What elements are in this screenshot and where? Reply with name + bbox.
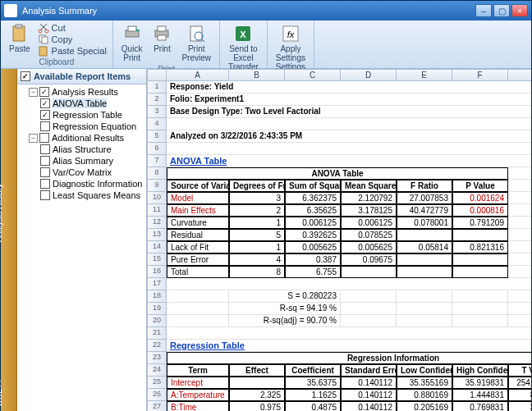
cell[interactable]: A:Temperature — [167, 389, 229, 401]
cell[interactable] — [397, 315, 452, 327]
cell[interactable] — [229, 377, 285, 389]
cell[interactable]: Analyzed on 3/22/2016 2:43:35 PM — [167, 130, 531, 143]
cell[interactable]: 2.325 — [229, 389, 285, 401]
cell[interactable]: 0.078525 — [341, 229, 397, 241]
apply-settings-button[interactable]: fxApply Settings Settings — [271, 22, 310, 73]
cell[interactable] — [397, 290, 452, 303]
cell[interactable]: 254.350885 — [508, 377, 531, 389]
cell[interactable]: Base Design Type: Two Level Factorial — [167, 106, 531, 118]
cell[interactable]: Model — [167, 192, 229, 204]
cell[interactable] — [508, 253, 531, 266]
anova-link[interactable]: ANOVA Table — [170, 156, 227, 166]
row-header[interactable]: 21 — [147, 327, 167, 340]
cell[interactable]: 6.755 — [285, 266, 341, 278]
cell[interactable]: 0.05814 — [397, 241, 452, 253]
row-header[interactable]: 4 — [147, 118, 167, 130]
cell[interactable]: 35.919831 — [452, 377, 508, 389]
cell[interactable]: Pure Error — [167, 253, 229, 266]
cell[interactable]: 0.140112 — [341, 377, 397, 389]
tree-check[interactable] — [40, 110, 50, 120]
cell[interactable]: 8.29696 — [508, 389, 531, 401]
tree-item-regression-equation[interactable]: Regression Equation — [53, 121, 136, 131]
cell[interactable]: Residual — [167, 229, 229, 241]
cell[interactable] — [508, 290, 531, 303]
cell[interactable]: R-sq(adj) = 90.70 % — [229, 315, 341, 327]
cell[interactable]: 0.140112 — [341, 389, 397, 401]
cell[interactable]: 0.880169 — [397, 389, 452, 401]
tree-item-regression-table[interactable]: Regression Table — [53, 110, 122, 120]
cell[interactable]: F Ratio — [397, 180, 452, 192]
cell[interactable]: High Confidence — [452, 364, 508, 377]
cell[interactable] — [167, 278, 531, 290]
tree-item-anova[interactable]: ANOVA Table — [53, 98, 107, 108]
cell[interactable]: 0.140112 — [341, 401, 397, 411]
cell[interactable]: 0.078001 — [397, 217, 452, 229]
row-header[interactable]: 11 — [147, 204, 167, 217]
tree-check[interactable] — [40, 156, 50, 166]
col-header[interactable]: D — [341, 69, 397, 81]
cell[interactable] — [508, 241, 531, 253]
row-header[interactable]: 18 — [147, 290, 167, 303]
cell[interactable]: 3.47937 — [508, 401, 531, 411]
cell[interactable]: 0.387 — [285, 253, 341, 266]
cell[interactable]: Effect — [229, 364, 285, 377]
cell[interactable]: R-sq = 94.19 % — [229, 303, 341, 315]
cell[interactable]: P Value — [452, 180, 508, 192]
cell[interactable]: Folio: Experiment1 — [167, 94, 531, 106]
tree-item-analysis-results[interactable]: Analysis Results — [52, 87, 118, 97]
cell[interactable]: 0.821316 — [452, 241, 508, 253]
cell[interactable]: 0.000816 — [452, 204, 508, 217]
row-header[interactable]: 24 — [147, 364, 167, 377]
row-header[interactable]: 1 — [147, 81, 167, 94]
cell[interactable]: 0.4875 — [285, 401, 341, 411]
cell[interactable]: B:Time — [167, 401, 229, 411]
tree-item-additional-results[interactable]: Additional Results — [52, 133, 124, 143]
tree-check[interactable] — [40, 144, 50, 154]
cell[interactable]: 2 — [229, 204, 285, 217]
cell[interactable]: 0.006125 — [285, 217, 341, 229]
cell[interactable] — [397, 229, 452, 241]
cell[interactable] — [167, 315, 229, 327]
row-header[interactable]: 13 — [147, 229, 167, 241]
cell[interactable]: 3.178125 — [341, 204, 397, 217]
cell[interactable] — [167, 290, 229, 303]
cell[interactable] — [167, 118, 531, 130]
cell[interactable]: 35.6375 — [285, 377, 341, 389]
paste-button[interactable]: Paste — [4, 22, 35, 57]
cell[interactable]: 0.005625 — [341, 241, 397, 253]
cell[interactable]: 0.975 — [229, 401, 285, 411]
cell[interactable] — [167, 327, 531, 340]
cell[interactable]: Regression Information — [167, 352, 531, 364]
cell[interactable]: 2.120792 — [341, 192, 397, 204]
cell[interactable]: Source of Variation — [167, 180, 229, 192]
cell[interactable] — [167, 143, 531, 155]
cell[interactable]: 0.205169 — [397, 401, 452, 411]
cell[interactable] — [508, 167, 531, 180]
tree-collapse-icon[interactable]: − — [29, 134, 38, 143]
row-header[interactable]: 12 — [147, 217, 167, 229]
row-header[interactable]: 27 — [147, 401, 167, 411]
row-header[interactable]: 20 — [147, 315, 167, 327]
col-header[interactable]: E — [397, 69, 452, 81]
cell[interactable]: ANOVA Table — [167, 155, 531, 167]
col-header[interactable]: B — [229, 69, 285, 81]
cell[interactable]: Standard Error — [341, 364, 397, 377]
tree-check[interactable] — [39, 87, 49, 97]
row-header[interactable]: 2 — [147, 94, 167, 106]
cell[interactable]: Low Confidence — [397, 364, 452, 377]
row-header[interactable]: 7 — [147, 155, 167, 167]
paste-special-button[interactable]: Paste Special — [35, 45, 109, 57]
cell[interactable] — [341, 266, 397, 278]
cell[interactable]: Main Effects — [167, 204, 229, 217]
spreadsheet[interactable]: ABCDEFGH 1Response: Yield2Folio: Experim… — [147, 69, 531, 411]
col-header[interactable]: F — [452, 69, 508, 81]
cell[interactable]: Term — [167, 364, 229, 377]
cell[interactable] — [452, 253, 508, 266]
cell[interactable] — [341, 303, 397, 315]
cell[interactable]: 0.392625 — [285, 229, 341, 241]
row-header[interactable]: 25 — [147, 377, 167, 389]
cell[interactable]: 0.769831 — [452, 401, 508, 411]
cell[interactable] — [508, 217, 531, 229]
cell[interactable]: Regression Table — [167, 340, 531, 352]
cell[interactable] — [341, 290, 397, 303]
